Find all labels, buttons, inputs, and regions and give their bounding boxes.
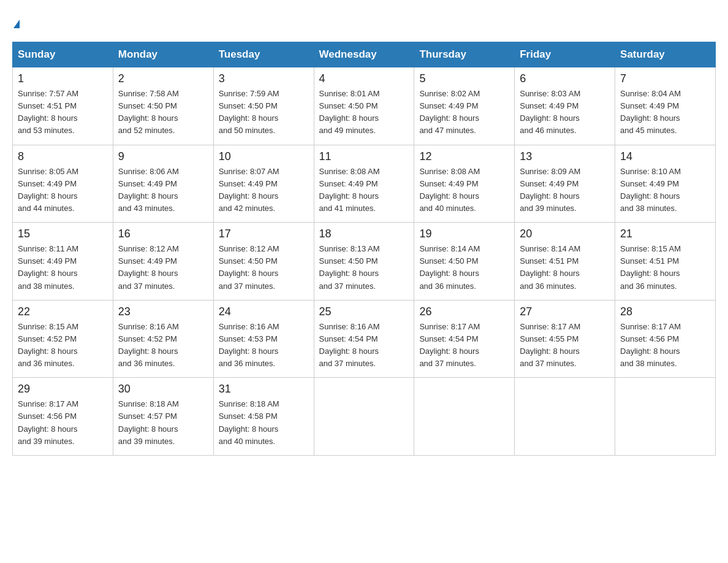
day-info: Sunrise: 8:17 AMSunset: 4:54 PMDaylight:… <box>419 321 509 370</box>
calendar-day: 4 Sunrise: 8:01 AMSunset: 4:50 PMDayligh… <box>314 67 414 145</box>
day-info: Sunrise: 8:15 AMSunset: 4:51 PMDaylight:… <box>620 243 710 293</box>
day-info: Sunrise: 8:13 AMSunset: 4:50 PMDaylight:… <box>319 243 409 293</box>
calendar-day <box>414 378 515 456</box>
day-info: Sunrise: 8:09 AMSunset: 4:49 PMDaylight:… <box>520 166 610 215</box>
day-info: Sunrise: 8:12 AMSunset: 4:49 PMDaylight:… <box>118 243 208 293</box>
day-number: 10 <box>219 150 309 163</box>
calendar-day: 23 Sunrise: 8:16 AMSunset: 4:52 PMDaylig… <box>113 300 213 378</box>
calendar-day: 19 Sunrise: 8:14 AMSunset: 4:50 PMDaylig… <box>414 223 515 301</box>
calendar-day: 21 Sunrise: 8:15 AMSunset: 4:51 PMDaylig… <box>615 223 716 301</box>
day-info: Sunrise: 8:08 AMSunset: 4:49 PMDaylight:… <box>319 166 409 215</box>
day-number: 26 <box>419 305 509 318</box>
day-number: 2 <box>118 72 208 85</box>
col-saturday: Saturday <box>615 42 716 67</box>
calendar-day: 13 Sunrise: 8:09 AMSunset: 4:49 PMDaylig… <box>515 145 615 223</box>
day-number: 14 <box>620 150 710 163</box>
calendar-day <box>515 378 615 456</box>
calendar-day: 20 Sunrise: 8:14 AMSunset: 4:51 PMDaylig… <box>515 223 615 301</box>
col-sunday: Sunday <box>13 42 113 67</box>
logo-top <box>12 12 20 29</box>
day-number: 16 <box>118 228 208 240</box>
day-number: 25 <box>319 305 409 318</box>
day-number: 18 <box>319 228 409 240</box>
day-number: 19 <box>419 228 509 240</box>
day-info: Sunrise: 8:01 AMSunset: 4:50 PMDaylight:… <box>319 88 409 137</box>
day-info: Sunrise: 8:17 AMSunset: 4:55 PMDaylight:… <box>520 321 610 370</box>
day-number: 27 <box>520 305 610 318</box>
calendar-day: 7 Sunrise: 8:04 AMSunset: 4:49 PMDayligh… <box>615 67 716 145</box>
calendar-day: 28 Sunrise: 8:17 AMSunset: 4:56 PMDaylig… <box>615 300 716 378</box>
day-number: 12 <box>419 150 509 163</box>
calendar-table: Sunday Monday Tuesday Wednesday Thursday… <box>12 42 716 456</box>
calendar-day <box>615 378 716 456</box>
calendar-day <box>314 378 414 456</box>
calendar-week-1: 1 Sunrise: 7:57 AMSunset: 4:51 PMDayligh… <box>13 67 716 145</box>
calendar-header: Sunday Monday Tuesday Wednesday Thursday… <box>13 42 716 67</box>
calendar-day: 25 Sunrise: 8:16 AMSunset: 4:54 PMDaylig… <box>314 300 414 378</box>
day-info: Sunrise: 7:59 AMSunset: 4:50 PMDaylight:… <box>219 88 309 137</box>
day-info: Sunrise: 8:16 AMSunset: 4:52 PMDaylight:… <box>118 321 208 370</box>
day-number: 21 <box>620 228 710 240</box>
day-number: 17 <box>219 228 309 240</box>
day-info: Sunrise: 8:02 AMSunset: 4:49 PMDaylight:… <box>419 88 509 137</box>
day-number: 13 <box>520 150 610 163</box>
day-number: 9 <box>118 150 208 163</box>
page-header <box>12 12 716 29</box>
day-number: 11 <box>319 150 409 163</box>
calendar-day: 10 Sunrise: 8:07 AMSunset: 4:49 PMDaylig… <box>213 145 314 223</box>
day-info: Sunrise: 7:58 AMSunset: 4:50 PMDaylight:… <box>118 88 208 137</box>
calendar-day: 1 Sunrise: 7:57 AMSunset: 4:51 PMDayligh… <box>13 67 113 145</box>
day-info: Sunrise: 8:18 AMSunset: 4:57 PMDaylight:… <box>118 398 208 448</box>
day-number: 3 <box>219 72 309 85</box>
col-wednesday: Wednesday <box>314 42 414 67</box>
calendar-day: 15 Sunrise: 8:11 AMSunset: 4:49 PMDaylig… <box>13 223 113 301</box>
day-number: 22 <box>18 305 108 318</box>
day-number: 24 <box>219 305 309 318</box>
day-number: 1 <box>18 72 108 85</box>
calendar-day: 6 Sunrise: 8:03 AMSunset: 4:49 PMDayligh… <box>515 67 615 145</box>
calendar-day: 30 Sunrise: 8:18 AMSunset: 4:57 PMDaylig… <box>113 378 213 456</box>
calendar-day: 26 Sunrise: 8:17 AMSunset: 4:54 PMDaylig… <box>414 300 515 378</box>
calendar-week-2: 8 Sunrise: 8:05 AMSunset: 4:49 PMDayligh… <box>13 145 716 223</box>
col-thursday: Thursday <box>414 42 515 67</box>
calendar-day: 27 Sunrise: 8:17 AMSunset: 4:55 PMDaylig… <box>515 300 615 378</box>
day-info: Sunrise: 8:17 AMSunset: 4:56 PMDaylight:… <box>620 321 710 370</box>
day-number: 6 <box>520 72 610 85</box>
logo <box>12 12 20 29</box>
day-number: 23 <box>118 305 208 318</box>
day-info: Sunrise: 8:08 AMSunset: 4:49 PMDaylight:… <box>419 166 509 215</box>
day-number: 5 <box>419 72 509 85</box>
calendar-day: 29 Sunrise: 8:17 AMSunset: 4:56 PMDaylig… <box>13 378 113 456</box>
header-row: Sunday Monday Tuesday Wednesday Thursday… <box>13 42 716 67</box>
day-info: Sunrise: 8:03 AMSunset: 4:49 PMDaylight:… <box>520 88 610 137</box>
calendar-week-4: 22 Sunrise: 8:15 AMSunset: 4:52 PMDaylig… <box>13 300 716 378</box>
calendar-day: 9 Sunrise: 8:06 AMSunset: 4:49 PMDayligh… <box>113 145 213 223</box>
logo-triangle-icon <box>13 20 20 28</box>
calendar-day: 24 Sunrise: 8:16 AMSunset: 4:53 PMDaylig… <box>213 300 314 378</box>
calendar-day: 17 Sunrise: 8:12 AMSunset: 4:50 PMDaylig… <box>213 223 314 301</box>
day-number: 29 <box>18 383 108 396</box>
day-info: Sunrise: 8:07 AMSunset: 4:49 PMDaylight:… <box>219 166 309 215</box>
calendar-day: 5 Sunrise: 8:02 AMSunset: 4:49 PMDayligh… <box>414 67 515 145</box>
day-info: Sunrise: 7:57 AMSunset: 4:51 PMDaylight:… <box>18 88 108 137</box>
calendar-day: 12 Sunrise: 8:08 AMSunset: 4:49 PMDaylig… <box>414 145 515 223</box>
calendar-day: 22 Sunrise: 8:15 AMSunset: 4:52 PMDaylig… <box>13 300 113 378</box>
day-info: Sunrise: 8:18 AMSunset: 4:58 PMDaylight:… <box>219 398 309 448</box>
day-info: Sunrise: 8:11 AMSunset: 4:49 PMDaylight:… <box>18 243 108 293</box>
calendar-body: 1 Sunrise: 7:57 AMSunset: 4:51 PMDayligh… <box>13 67 716 456</box>
day-info: Sunrise: 8:14 AMSunset: 4:50 PMDaylight:… <box>419 243 509 293</box>
calendar-day: 3 Sunrise: 7:59 AMSunset: 4:50 PMDayligh… <box>213 67 314 145</box>
col-monday: Monday <box>113 42 213 67</box>
calendar-day: 16 Sunrise: 8:12 AMSunset: 4:49 PMDaylig… <box>113 223 213 301</box>
calendar-day: 14 Sunrise: 8:10 AMSunset: 4:49 PMDaylig… <box>615 145 716 223</box>
calendar-day: 11 Sunrise: 8:08 AMSunset: 4:49 PMDaylig… <box>314 145 414 223</box>
day-number: 28 <box>620 305 710 318</box>
day-info: Sunrise: 8:12 AMSunset: 4:50 PMDaylight:… <box>219 243 309 293</box>
day-number: 30 <box>118 383 208 396</box>
day-number: 31 <box>219 383 309 396</box>
calendar-day: 8 Sunrise: 8:05 AMSunset: 4:49 PMDayligh… <box>13 145 113 223</box>
calendar-week-5: 29 Sunrise: 8:17 AMSunset: 4:56 PMDaylig… <box>13 378 716 456</box>
day-info: Sunrise: 8:15 AMSunset: 4:52 PMDaylight:… <box>18 321 108 370</box>
calendar-week-3: 15 Sunrise: 8:11 AMSunset: 4:49 PMDaylig… <box>13 223 716 301</box>
day-info: Sunrise: 8:06 AMSunset: 4:49 PMDaylight:… <box>118 166 208 215</box>
